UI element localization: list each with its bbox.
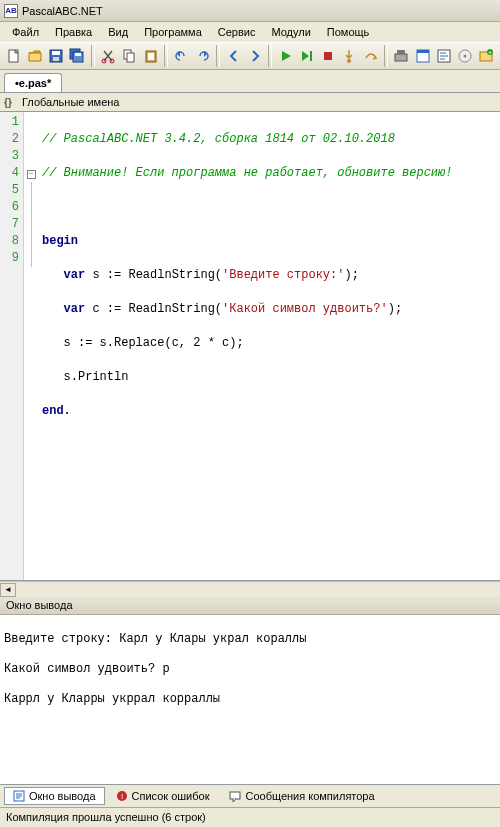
messages-icon <box>229 790 241 802</box>
output-line: Введите строку: Карл у Клары украл корал… <box>4 632 496 647</box>
menu-bar: Файл Правка Вид Программа Сервис Модули … <box>0 22 500 42</box>
run-button[interactable] <box>276 45 295 67</box>
new-project-button[interactable]: + <box>477 45 496 67</box>
form-code-button[interactable] <box>434 45 453 67</box>
step-into-button[interactable] <box>340 45 359 67</box>
menu-view[interactable]: Вид <box>100 24 136 40</box>
names-panel[interactable]: {} Глобальные имена <box>0 92 500 112</box>
svg-point-15 <box>347 59 351 63</box>
errors-icon: ! <box>116 790 128 802</box>
toolbar-separator <box>268 45 272 67</box>
names-panel-label: Глобальные имена <box>22 96 120 108</box>
svg-rect-13 <box>310 51 312 61</box>
svg-rect-2 <box>52 51 60 55</box>
code-line: begin <box>42 233 500 250</box>
line-gutter: 1 2 3 4 5 6 7 8 9 <box>0 112 24 580</box>
scroll-left-button[interactable]: ◄ <box>0 583 16 597</box>
svg-rect-6 <box>75 53 81 56</box>
tab-compiler-label: Сообщения компилятора <box>245 790 374 802</box>
file-tab[interactable]: •e.pas* <box>4 73 62 92</box>
svg-rect-17 <box>397 50 405 54</box>
menu-file[interactable]: Файл <box>4 24 47 40</box>
svg-text:+: + <box>488 49 492 55</box>
code-line: // Внимание! Если программа не работает,… <box>42 165 500 182</box>
undo-button[interactable] <box>172 45 191 67</box>
menu-modules[interactable]: Модули <box>263 24 318 40</box>
menu-program[interactable]: Программа <box>136 24 210 40</box>
step-over-button[interactable] <box>361 45 380 67</box>
output-line: Каррл у Кларры укррал корраллы <box>4 692 496 707</box>
cut-button[interactable] <box>99 45 118 67</box>
code-line: s := s.Replace(c, 2 * c); <box>42 335 500 352</box>
toolbar-separator <box>384 45 388 67</box>
status-text: Компиляция прошла успешно (6 строк) <box>6 811 206 823</box>
stop-button[interactable] <box>319 45 338 67</box>
code-line: // PascalABC.NET 3.4.2, сборка 1814 от 0… <box>42 131 500 148</box>
fold-toggle[interactable]: − <box>27 170 36 179</box>
svg-rect-19 <box>417 50 429 53</box>
svg-rect-16 <box>395 54 407 61</box>
output-panel[interactable]: Введите строку: Карл у Клары украл корал… <box>0 615 500 785</box>
copy-button[interactable] <box>120 45 139 67</box>
code-line: end. <box>42 403 500 420</box>
code-line: var s := ReadlnString('Введите строку:')… <box>42 267 500 284</box>
compile-button[interactable] <box>392 45 411 67</box>
tab-compiler-messages[interactable]: Сообщения компилятора <box>220 787 383 805</box>
toolbar-separator <box>91 45 95 67</box>
output-line: Какой символ удвоить? р <box>4 662 496 677</box>
title-bar: AB PascalABC.NET <box>0 0 500 22</box>
svg-point-22 <box>464 55 467 58</box>
code-line: s.Println <box>42 369 500 386</box>
svg-rect-14 <box>324 52 332 60</box>
form-designer-button[interactable] <box>413 45 432 67</box>
svg-text:!: ! <box>120 792 122 801</box>
save-button[interactable] <box>46 45 65 67</box>
tab-output-label: Окно вывода <box>29 790 96 802</box>
braces-icon: {} <box>4 97 18 108</box>
paste-button[interactable] <box>141 45 160 67</box>
run-no-debug-button[interactable] <box>297 45 316 67</box>
toolbar-separator <box>164 45 168 67</box>
nav-forward-button[interactable] <box>245 45 264 67</box>
file-tab-bar: •e.pas* <box>0 70 500 92</box>
svg-rect-3 <box>53 57 59 61</box>
output-icon <box>13 790 25 802</box>
code-line: var c := ReadlnString('Какой символ удво… <box>42 301 500 318</box>
app-icon: AB <box>4 4 18 18</box>
bottom-tab-bar: Окно вывода ! Список ошибок Сообщения ко… <box>0 785 500 807</box>
open-file-button[interactable] <box>25 45 44 67</box>
tab-errors-label: Список ошибок <box>132 790 210 802</box>
output-panel-header: Окно вывода <box>0 597 500 615</box>
svg-rect-10 <box>127 53 134 62</box>
menu-edit[interactable]: Правка <box>47 24 100 40</box>
disk-button[interactable] <box>455 45 474 67</box>
svg-rect-12 <box>148 53 154 60</box>
fold-column: − <box>24 112 38 580</box>
tab-output[interactable]: Окно вывода <box>4 787 105 805</box>
toolbar-separator <box>216 45 220 67</box>
code-line <box>42 199 500 216</box>
horizontal-scrollbar[interactable]: ◄ <box>0 581 500 597</box>
output-panel-title: Окно вывода <box>6 599 73 611</box>
nav-back-button[interactable] <box>224 45 243 67</box>
window-title: PascalABC.NET <box>22 5 103 17</box>
svg-rect-29 <box>230 792 240 799</box>
code-editor[interactable]: 1 2 3 4 5 6 7 8 9 − // PascalABC.NET 3.4… <box>0 112 500 581</box>
save-all-button[interactable] <box>68 45 87 67</box>
tab-errors[interactable]: ! Список ошибок <box>107 787 219 805</box>
menu-service[interactable]: Сервис <box>210 24 264 40</box>
redo-button[interactable] <box>193 45 212 67</box>
toolbar: + <box>0 42 500 70</box>
menu-help[interactable]: Помощь <box>319 24 378 40</box>
new-file-button[interactable] <box>4 45 23 67</box>
code-area[interactable]: // PascalABC.NET 3.4.2, сборка 1814 от 0… <box>38 112 500 580</box>
status-bar: Компиляция прошла успешно (6 строк) <box>0 807 500 827</box>
